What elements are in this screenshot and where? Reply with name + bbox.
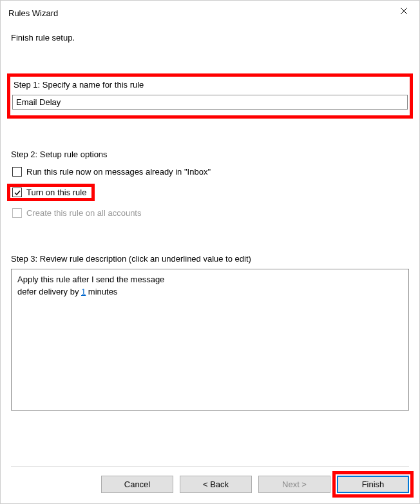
back-button[interactable]: < Back xyxy=(180,476,252,493)
turn-on-label: Turn on this rule xyxy=(26,188,86,197)
close-icon xyxy=(400,7,408,15)
step3-section: Step 3: Review rule description (click a… xyxy=(11,254,409,411)
step3-label: Step 3: Review rule description (click a… xyxy=(11,254,409,264)
run-now-row[interactable]: Run this rule now on messages already in… xyxy=(11,167,409,177)
close-button[interactable] xyxy=(392,2,415,20)
run-now-label: Run this rule now on messages already in… xyxy=(26,167,211,177)
rule-description-box: Apply this rule after I send the message… xyxy=(11,269,409,411)
button-bar: Cancel < Back Next > Finish xyxy=(1,467,419,503)
next-button: Next > xyxy=(258,476,330,493)
rule-name-input[interactable] xyxy=(12,95,408,110)
turn-on-row[interactable]: Turn on this rule xyxy=(11,188,86,197)
desc-line2: defer delivery by 1 minutes xyxy=(17,286,403,298)
all-accounts-label: Create this rule on all accounts xyxy=(26,208,141,218)
run-now-checkbox[interactable] xyxy=(12,167,22,177)
step2-section: Step 2: Setup rule options Run this rule… xyxy=(11,150,409,227)
step1-section: Step 1: Specify a name for this rule xyxy=(7,73,413,119)
finish-button[interactable]: Finish xyxy=(337,476,409,493)
all-accounts-row: Create this rule on all accounts xyxy=(11,208,409,218)
cancel-button[interactable]: Cancel xyxy=(101,476,173,493)
step2-label: Step 2: Setup rule options xyxy=(11,150,409,159)
step1-label: Step 1: Specify a name for this rule xyxy=(12,80,408,90)
dialog-content: Finish rule setup. Step 1: Specify a nam… xyxy=(1,24,419,457)
subtitle: Finish rule setup. xyxy=(11,33,409,43)
titlebar: Rules Wizard xyxy=(1,1,419,24)
rules-wizard-dialog: Rules Wizard Finish rule setup. Step 1: … xyxy=(0,0,420,504)
all-accounts-checkbox xyxy=(12,208,22,218)
turn-on-checkbox[interactable] xyxy=(12,188,22,197)
window-title: Rules Wizard xyxy=(8,8,58,18)
check-icon xyxy=(14,189,21,197)
desc-line1: Apply this rule after I send the message xyxy=(17,274,403,286)
